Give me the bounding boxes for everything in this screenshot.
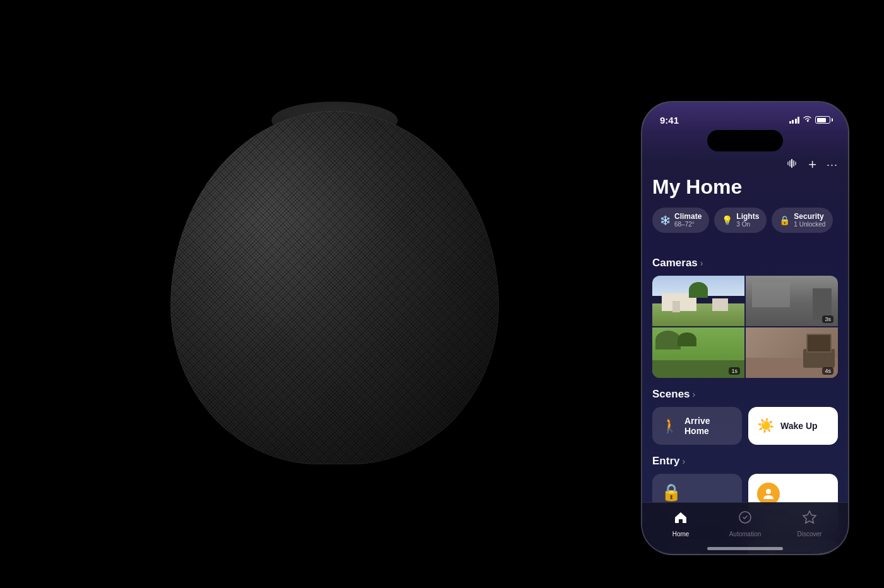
lights-icon: 💡 <box>722 215 732 225</box>
camera-grid: 3s 1s <box>652 276 838 378</box>
scenes-arrow: › <box>693 389 696 399</box>
security-chip-text: Security 1 Unlocked <box>794 212 825 228</box>
cameras-header[interactable]: Cameras › <box>642 257 848 269</box>
security-sub: 1 Unlocked <box>794 221 825 228</box>
climate-chip[interactable]: ❄️ Climate 68–72° <box>652 208 709 233</box>
iphone-container: 9:41 <box>641 101 849 555</box>
header-section: 9:41 <box>642 102 848 248</box>
cam2-shelf <box>752 282 790 307</box>
automation-nav-label: Automation <box>729 531 762 538</box>
wifi-icon <box>803 115 812 124</box>
sconces-person-icon <box>762 488 775 500</box>
cam2-bg: 3s <box>746 276 838 326</box>
svg-rect-3 <box>793 160 794 167</box>
lights-chip-text: Lights 3 On <box>736 212 759 228</box>
nav-home[interactable]: Home <box>648 510 713 538</box>
wake-up-label: Wake Up <box>780 421 818 431</box>
homepod-mesh <box>170 111 499 464</box>
cameras-arrow: › <box>700 258 703 268</box>
signal-bars <box>789 116 800 124</box>
cam3-bg: 1s <box>652 327 744 378</box>
cam2-duration: 3s <box>822 315 833 323</box>
homepod-container <box>76 0 594 588</box>
arrive-home-button[interactable]: 🚶 Arrive Home <box>652 407 742 445</box>
cam1-bg <box>652 276 744 326</box>
lights-chip[interactable]: 💡 Lights 3 On <box>714 208 767 233</box>
status-time: 9:41 <box>660 115 679 126</box>
entry-arrow: › <box>682 456 685 466</box>
scenes-row: 🚶 Arrive Home ☀️ Wake Up <box>642 407 848 445</box>
cameras-title: Cameras <box>652 257 698 269</box>
scenes-header[interactable]: Scenes › <box>642 388 848 401</box>
iphone: 9:41 <box>641 101 849 555</box>
entry-title: Entry <box>652 455 679 467</box>
battery-icon <box>815 116 830 124</box>
bottom-nav: Home Automation Discover <box>642 502 848 554</box>
entry-header[interactable]: Entry › <box>642 455 848 467</box>
arrive-home-icon: 🚶 <box>661 418 678 434</box>
lights-sub: 3 On <box>736 221 759 228</box>
status-icons <box>789 115 831 124</box>
cam1-tree <box>689 282 708 298</box>
siri-icon[interactable] <box>787 158 798 172</box>
cam3-duration: 1s <box>729 367 740 375</box>
security-chip[interactable]: 🔒 Security 1 Unlocked <box>772 208 833 233</box>
lights-label: Lights <box>736 212 759 221</box>
signal-bar-3 <box>795 119 797 124</box>
discover-nav-icon <box>802 510 817 529</box>
cam4-duration: 4s <box>822 367 833 375</box>
automation-nav-icon <box>738 510 753 529</box>
page-title: My Home <box>642 175 848 199</box>
climate-icon: ❄️ <box>660 215 671 225</box>
security-label: Security <box>794 212 825 221</box>
nav-discover[interactable]: Discover <box>777 510 842 538</box>
camera-thumb-4[interactable]: 4s <box>746 327 838 378</box>
header-toolbar: + ··· <box>642 156 848 173</box>
nav-automation[interactable]: Automation <box>713 510 777 538</box>
cam1-door <box>672 301 680 312</box>
arrive-home-label: Arrive Home <box>684 416 733 436</box>
home-nav-icon <box>673 510 688 529</box>
battery-fill <box>817 118 826 122</box>
signal-bar-2 <box>792 120 794 124</box>
more-icon[interactable]: ··· <box>827 158 838 172</box>
climate-label: Climate <box>674 212 702 221</box>
climate-sub: 68–72° <box>674 221 702 228</box>
cam4-picture <box>806 334 832 353</box>
svg-marker-7 <box>803 511 816 523</box>
dynamic-island <box>707 130 783 151</box>
discover-nav-label: Discover <box>797 531 822 538</box>
home-indicator <box>707 547 783 550</box>
camera-thumb-1[interactable] <box>652 276 744 326</box>
signal-bar-1 <box>789 121 791 124</box>
add-icon[interactable]: + <box>808 156 816 173</box>
svg-rect-2 <box>791 159 792 168</box>
homepod <box>170 111 499 477</box>
svg-rect-1 <box>789 160 791 167</box>
cam3-tree1 <box>655 331 681 350</box>
camera-thumb-3[interactable]: 1s <box>652 327 744 378</box>
status-bar: 9:41 <box>642 102 848 130</box>
home-nav-label: Home <box>672 531 690 538</box>
cam1-house2 <box>712 298 728 311</box>
wake-up-icon: ☀️ <box>757 418 774 434</box>
front-door-icon: 🔒 <box>661 483 733 502</box>
wake-up-button[interactable]: ☀️ Wake Up <box>748 407 838 445</box>
cam4-bg: 4s <box>746 327 838 378</box>
homepod-body <box>170 111 499 464</box>
security-icon: 🔒 <box>779 215 790 225</box>
signal-bar-4 <box>797 117 799 124</box>
svg-rect-0 <box>787 162 789 165</box>
svg-point-5 <box>766 489 771 494</box>
climate-chip-text: Climate 68–72° <box>674 212 702 228</box>
camera-thumb-2[interactable]: 3s <box>746 276 838 326</box>
scenes-title: Scenes <box>652 388 690 401</box>
cam3-tree2 <box>678 332 696 346</box>
svg-rect-4 <box>795 162 796 165</box>
status-chips: ❄️ Climate 68–72° 💡 Lights 3 On 🔒 <box>642 208 848 233</box>
